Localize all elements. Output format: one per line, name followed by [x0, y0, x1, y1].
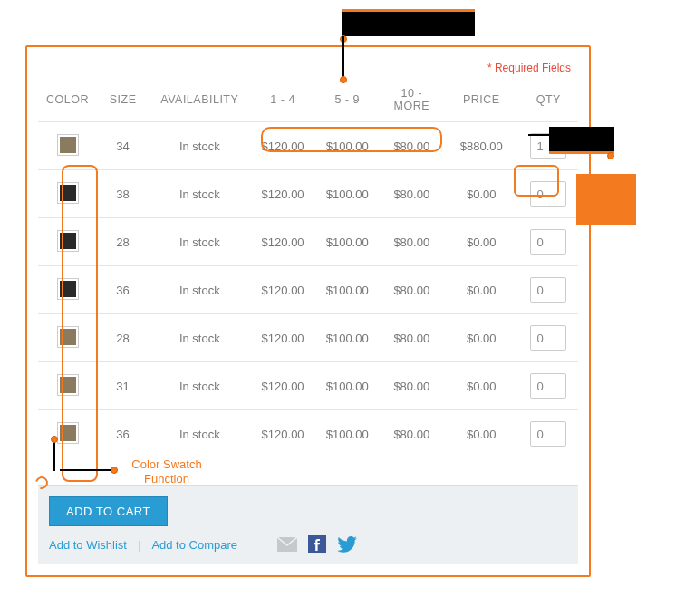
required-fields-label: * Required Fields [38, 58, 578, 82]
cell-price: $0.00 [444, 266, 519, 314]
cell-tier2: $100.00 [315, 410, 380, 458]
cell-size: 38 [97, 170, 149, 218]
cell-size: 28 [97, 218, 149, 266]
divider: | [138, 538, 140, 552]
cell-tier2: $100.00 [315, 314, 380, 362]
cell-tier1: $120.00 [251, 266, 315, 314]
callout-dot [607, 152, 614, 159]
cell-tier3: $80.00 [380, 266, 444, 314]
callout-line [342, 36, 344, 78]
table-row: 28In stock$120.00$100.00$80.00$0.00 [38, 314, 578, 362]
cell-price: $0.00 [444, 410, 519, 458]
cell-availability: In stock [149, 266, 251, 314]
callout-dot [340, 76, 347, 83]
callout-tier-label-box [342, 9, 475, 36]
table-row: 38In stock$120.00$100.00$80.00$0.00 [38, 170, 578, 218]
header-tier-1-4: 1 - 4 [251, 82, 315, 122]
table-header-row: COLOR SIZE AVAILABILITY 1 - 4 5 - 9 10 -… [38, 82, 578, 122]
cell-tier2: $100.00 [315, 266, 380, 314]
cell-tier1: $120.00 [251, 218, 315, 266]
cell-tier1: $120.00 [251, 122, 315, 170]
variant-table: COLOR SIZE AVAILABILITY 1 - 4 5 - 9 10 -… [38, 82, 578, 457]
table-row: 36In stock$120.00$100.00$80.00$0.00 [38, 266, 578, 314]
color-swatch[interactable] [58, 231, 78, 251]
cell-price: $0.00 [444, 362, 519, 410]
cell-tier1: $120.00 [251, 362, 315, 410]
callout-line [60, 469, 114, 471]
callout-dot [51, 436, 58, 443]
add-to-wishlist-link[interactable]: Add to Wishlist [49, 538, 127, 552]
cell-size: 28 [97, 314, 149, 362]
cell-tier2: $100.00 [315, 122, 380, 170]
header-size: SIZE [97, 82, 149, 122]
table-row: 34In stock$120.00$100.00$80.00$880.00 [38, 122, 578, 170]
cell-availability: In stock [149, 122, 251, 170]
color-swatch[interactable] [58, 423, 78, 443]
color-swatch[interactable] [58, 327, 78, 347]
facebook-icon[interactable] [308, 535, 326, 553]
qty-input[interactable] [530, 277, 566, 303]
cell-tier2: $100.00 [315, 362, 380, 410]
cell-tier2: $100.00 [315, 218, 380, 266]
footer-bar: ADD TO CART Add to Wishlist | Add to Com… [38, 485, 578, 564]
color-swatch[interactable] [58, 135, 78, 155]
qty-input[interactable] [530, 229, 566, 255]
color-swatch[interactable] [58, 279, 78, 299]
twitter-icon[interactable] [337, 536, 357, 553]
cell-availability: In stock [149, 314, 251, 362]
qty-input[interactable] [530, 373, 566, 399]
table-row: 28In stock$120.00$100.00$80.00$0.00 [38, 218, 578, 266]
qty-input[interactable] [530, 325, 566, 351]
cell-price: $0.00 [444, 218, 519, 266]
header-qty: QTY [519, 82, 578, 122]
cell-availability: In stock [149, 362, 251, 410]
header-tier-5-9: 5 - 9 [315, 82, 380, 122]
add-to-cart-button[interactable]: ADD TO CART [49, 496, 168, 526]
table-row: 31In stock$120.00$100.00$80.00$0.00 [38, 362, 578, 410]
cell-size: 36 [97, 410, 149, 458]
cell-availability: In stock [149, 410, 251, 458]
email-icon[interactable] [277, 537, 297, 552]
color-swatch[interactable] [58, 183, 78, 203]
cell-tier3: $80.00 [380, 410, 444, 458]
cell-size: 31 [97, 362, 149, 410]
add-to-compare-link[interactable]: Add to Compare [151, 538, 237, 552]
color-swatch-annotation: Color Swatch Function [117, 457, 217, 486]
cell-size: 36 [97, 266, 149, 314]
callout-line [528, 134, 555, 136]
callout-line [53, 439, 55, 471]
pricing-grid-panel: * Required Fields COLOR SIZE AVAILABILIT… [25, 45, 591, 577]
header-availability: AVAILABILITY [149, 82, 251, 122]
cell-size: 34 [97, 122, 149, 170]
cell-availability: In stock [149, 218, 251, 266]
qty-input[interactable] [530, 133, 566, 159]
cell-price: $0.00 [444, 314, 519, 362]
header-color: COLOR [38, 82, 97, 122]
header-price: PRICE [444, 82, 519, 122]
header-tier-10-more: 10 - MORE [380, 82, 444, 122]
cell-tier1: $120.00 [251, 170, 315, 218]
cell-availability: In stock [149, 170, 251, 218]
color-swatch[interactable] [58, 375, 78, 395]
cell-tier2: $100.00 [315, 170, 380, 218]
qty-input[interactable] [530, 421, 566, 447]
qty-input[interactable] [530, 181, 566, 207]
cell-tier3: $80.00 [380, 218, 444, 266]
cell-tier1: $120.00 [251, 314, 315, 362]
cell-price: $0.00 [444, 170, 519, 218]
cell-tier1: $120.00 [251, 410, 315, 458]
cell-tier3: $80.00 [380, 314, 444, 362]
table-row: 36In stock$120.00$100.00$80.00$0.00 [38, 410, 578, 458]
cell-tier3: $80.00 [380, 170, 444, 218]
cell-tier3: $80.00 [380, 122, 444, 170]
cell-price: $880.00 [444, 122, 519, 170]
cell-tier3: $80.00 [380, 362, 444, 410]
